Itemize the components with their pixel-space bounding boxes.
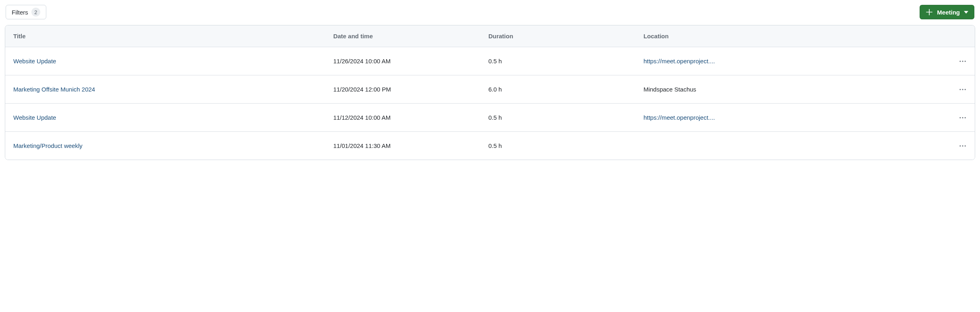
cell-datetime: 11/01/2024 11:30 AM [325,132,480,160]
location-link[interactable]: https://meet.openproject.... [643,114,715,121]
meeting-button-label: Meeting [937,9,960,16]
chevron-down-icon [964,11,968,14]
table-row: Marketing Offsite Munich 202411/20/2024 … [5,75,975,104]
cell-title: Marketing Offsite Munich 2024 [5,75,325,103]
dots-horizontal-icon [959,114,966,121]
meetings-table: Title Date and time Duration Location We… [5,25,975,160]
svg-point-4 [962,89,963,90]
cell-actions [951,112,975,124]
column-header-actions [951,25,975,47]
svg-point-9 [959,145,961,146]
cell-title: Website Update [5,47,325,75]
cell-location: https://meet.openproject.... [635,47,951,75]
cell-actions [951,140,975,152]
svg-point-2 [965,60,966,62]
location-link[interactable]: https://meet.openproject.... [643,58,715,64]
cell-location [635,135,951,156]
table-row: Website Update11/12/2024 10:00 AM0.5 hht… [5,104,975,132]
cell-location: https://meet.openproject.... [635,104,951,131]
cell-title: Website Update [5,104,325,131]
svg-point-10 [962,145,963,146]
svg-point-0 [959,60,961,62]
meeting-title-link[interactable]: Marketing Offsite Munich 2024 [13,86,95,93]
row-actions-button[interactable] [957,83,969,96]
column-header-datetime: Date and time [325,25,480,47]
dots-horizontal-icon [959,86,966,93]
meeting-title-link[interactable]: Website Update [13,58,56,64]
svg-point-1 [962,60,963,62]
cell-actions [951,83,975,96]
column-header-title: Title [5,25,325,47]
svg-point-3 [959,89,961,90]
new-meeting-button[interactable]: Meeting [920,5,974,19]
dots-horizontal-icon [959,58,966,65]
cell-duration: 6.0 h [480,75,635,103]
toolbar: Filters 2 Meeting [5,5,975,19]
cell-datetime: 11/12/2024 10:00 AM [325,104,480,131]
cell-duration: 0.5 h [480,104,635,131]
svg-point-8 [965,117,966,118]
table-row: Marketing/Product weekly11/01/2024 11:30… [5,132,975,160]
svg-point-6 [959,117,961,118]
svg-point-5 [965,89,966,90]
table-header: Title Date and time Duration Location [5,25,975,47]
cell-datetime: 11/20/2024 12:00 PM [325,75,480,103]
row-actions-button[interactable] [957,140,969,152]
filters-label: Filters [12,9,28,16]
meeting-title-link[interactable]: Marketing/Product weekly [13,142,83,149]
column-header-location: Location [635,25,951,47]
meeting-title-link[interactable]: Website Update [13,114,56,121]
cell-duration: 0.5 h [480,47,635,75]
cell-actions [951,55,975,67]
filters-count-badge: 2 [31,8,40,17]
table-row: Website Update11/26/2024 10:00 AM0.5 hht… [5,47,975,75]
row-actions-button[interactable] [957,112,969,124]
dots-horizontal-icon [959,142,966,150]
column-header-duration: Duration [480,25,635,47]
svg-point-7 [962,117,963,118]
cell-duration: 0.5 h [480,132,635,160]
cell-title: Marketing/Product weekly [5,132,325,160]
table-body: Website Update11/26/2024 10:00 AM0.5 hht… [5,47,975,160]
cell-location: Mindspace Stachus [635,75,951,103]
row-actions-button[interactable] [957,55,969,67]
plus-icon [926,8,933,16]
filters-button[interactable]: Filters 2 [6,5,46,19]
svg-point-11 [965,145,966,146]
cell-datetime: 11/26/2024 10:00 AM [325,47,480,75]
